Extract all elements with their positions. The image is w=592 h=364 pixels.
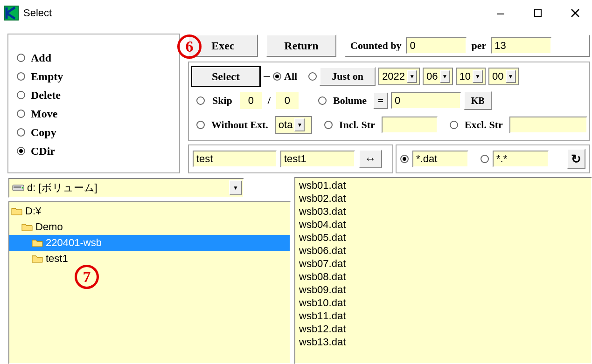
- window-title: Select: [23, 7, 491, 19]
- window-controls: [491, 4, 588, 22]
- titlebar: Select: [0, 0, 592, 26]
- maximize-button[interactable]: [529, 4, 547, 22]
- close-button[interactable]: [566, 4, 585, 22]
- app-icon: [4, 6, 19, 21]
- svg-rect-2: [535, 10, 541, 16]
- minimize-button[interactable]: [491, 4, 510, 22]
